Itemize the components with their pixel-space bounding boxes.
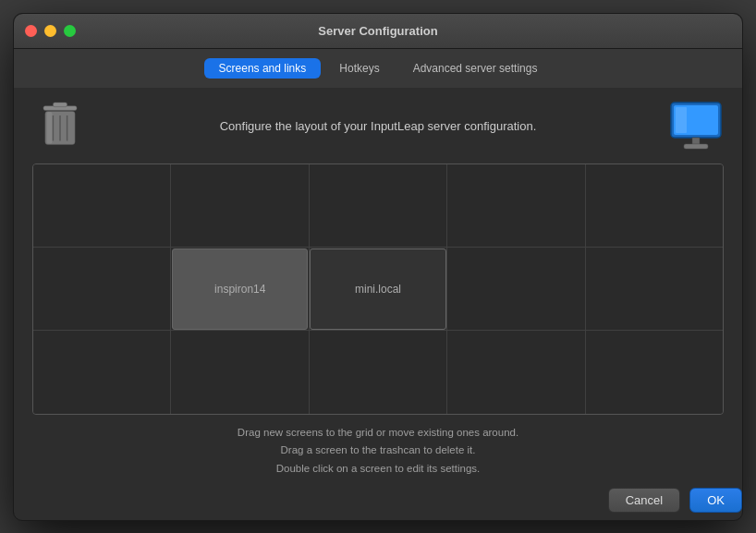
svg-rect-9 (692, 138, 700, 144)
svg-rect-6 (47, 112, 53, 143)
screen-grid[interactable]: inspiron14 mini.local (32, 164, 724, 415)
tab-advanced-server-settings[interactable]: Advanced server settings (398, 58, 553, 79)
grid-cell (310, 164, 446, 247)
header-row: Configure the layout of your InputLeap s… (32, 99, 724, 154)
svg-rect-11 (676, 107, 687, 133)
grid-cell (586, 248, 723, 330)
grid-cell (310, 331, 446, 413)
window-controls (25, 25, 76, 37)
grid-cell (447, 331, 584, 413)
svg-rect-1 (53, 103, 67, 107)
maximize-button[interactable] (64, 25, 76, 37)
screen-inspiron14[interactable]: inspiron14 (172, 248, 308, 330)
titlebar: Server Configuration (14, 14, 742, 49)
screen-mini-local[interactable]: mini.local (310, 248, 445, 330)
trash-icon (32, 99, 88, 154)
cancel-button[interactable]: Cancel (608, 488, 680, 513)
close-button[interactable] (25, 25, 37, 37)
grid-cell (171, 331, 308, 413)
footer-instructions: Drag new screens to the grid or move exi… (32, 424, 724, 478)
footer-line3: Double click on a screen to edit its set… (32, 460, 724, 478)
header-description: Configure the layout of your InputLeap s… (103, 119, 653, 133)
grid-cell (33, 331, 170, 413)
grid-cell (586, 164, 723, 247)
footer-line1: Drag new screens to the grid or move exi… (32, 424, 724, 442)
grid-cell (171, 164, 308, 247)
footer-line2: Drag a screen to the trashcan to delete … (32, 442, 724, 460)
screen-mini-local-label: mini.local (355, 283, 401, 296)
svg-rect-10 (684, 144, 708, 149)
grid-cell (33, 248, 170, 330)
ok-button[interactable]: OK (689, 488, 742, 513)
tab-screens-links[interactable]: Screens and links (204, 58, 322, 79)
tab-bar: Screens and links Hotkeys Advanced serve… (14, 49, 742, 88)
grid-cell (447, 164, 584, 247)
screen-inspiron14-label: inspiron14 (214, 283, 265, 296)
server-configuration-window: Server Configuration Screens and links H… (13, 13, 743, 521)
grid-cell (447, 248, 584, 330)
grid-cell (33, 164, 170, 247)
window-title: Server Configuration (318, 24, 437, 38)
content-area: Configure the layout of your InputLeap s… (14, 88, 742, 488)
grid-cell (586, 331, 723, 413)
minimize-button[interactable] (44, 25, 56, 37)
tab-hotkeys[interactable]: Hotkeys (324, 58, 394, 79)
button-row: Cancel OK (14, 488, 742, 520)
monitor-icon (668, 99, 724, 154)
